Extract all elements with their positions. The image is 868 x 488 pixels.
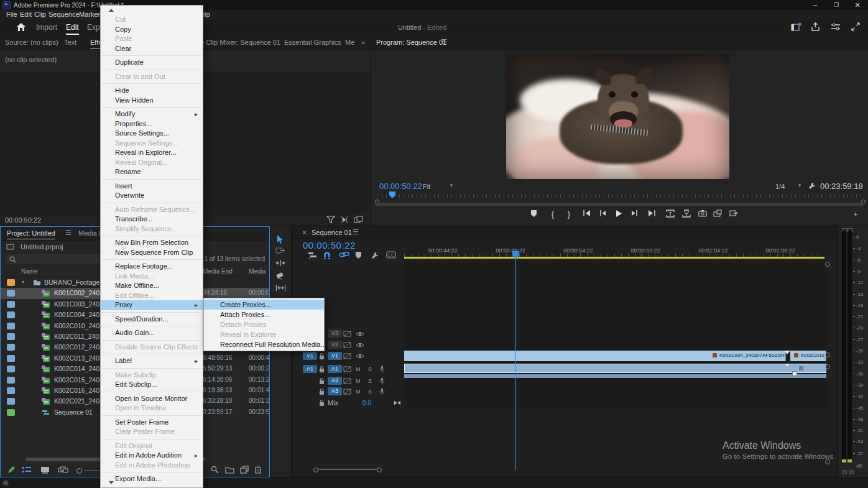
context-menu-item-source-settings[interactable]: Source Settings...: [101, 129, 203, 139]
track-visibility-eye-icon[interactable]: [356, 342, 364, 348]
label-color-chip[interactable]: [7, 290, 15, 297]
work-area-bar[interactable]: [404, 257, 824, 259]
voiceover-mic-icon[interactable]: [379, 388, 385, 395]
nest-sequence-icon[interactable]: [308, 251, 318, 260]
context-menu-item-make-offline[interactable]: Make Offline...: [101, 281, 203, 291]
go-to-out-button[interactable]: [647, 209, 658, 219]
mute-button[interactable]: M: [356, 389, 361, 395]
label-color-chip[interactable]: [7, 387, 15, 394]
minimize-button[interactable]: ─: [805, 0, 826, 10]
label-color-chip[interactable]: [7, 355, 15, 362]
go-to-in-button[interactable]: [583, 209, 594, 219]
menu-scroll-up-icon[interactable]: [109, 9, 114, 12]
workspace-icon[interactable]: [791, 22, 801, 33]
context-menu-item-new-sequence-from-clip[interactable]: New Sequence From Clip: [101, 248, 203, 258]
zoom-fit-select[interactable]: Fit: [423, 183, 430, 190]
track-scroll-handle[interactable]: [825, 364, 830, 369]
label-color-chip[interactable]: [7, 398, 15, 405]
program-scrollbar[interactable]: [375, 203, 864, 206]
context-menu-item-open-in-source-monitor[interactable]: Open in Source Monitor: [101, 394, 203, 404]
ripple-edit-tool[interactable]: [275, 259, 286, 269]
export-frame-button[interactable]: [698, 209, 709, 219]
mute-button[interactable]: M: [356, 366, 361, 372]
new-bin-icon[interactable]: [225, 466, 234, 474]
solo-button[interactable]: S: [368, 389, 372, 395]
insert-button[interactable]: [713, 209, 724, 219]
label-color-chip[interactable]: [7, 344, 15, 351]
add-marker-button[interactable]: [530, 209, 542, 219]
share-icon[interactable]: [811, 22, 821, 33]
context-menu-item-new-bin-from-selection[interactable]: New Bin From Selection: [101, 238, 203, 248]
tab-metadata[interactable]: Metadata: [345, 39, 354, 46]
program-monitor-title[interactable]: Program: Sequence 01: [376, 39, 446, 48]
timeline-zoom-handle-right[interactable]: [377, 467, 382, 472]
context-menu-item-insert[interactable]: Insert: [101, 182, 203, 191]
tab-edit[interactable]: Edit: [66, 23, 79, 35]
tab-essential-graphics[interactable]: Essential Graphics: [284, 39, 341, 46]
track-lock-icon[interactable]: [319, 399, 325, 406]
label-color-chip[interactable]: [7, 279, 15, 286]
context-menu-item-speed-duration[interactable]: Speed/Duration...: [101, 315, 203, 325]
compare-frames-icon[interactable]: [354, 216, 363, 224]
track-visibility-eye-icon[interactable]: [356, 331, 364, 336]
track-select-forward-tool[interactable]: [275, 247, 286, 257]
program-timecode[interactable]: 00:00:50:22: [379, 182, 422, 191]
clip-a1-audio-sub[interactable]: [404, 374, 826, 378]
context-menu-item-export-media[interactable]: Export Media...: [101, 474, 203, 484]
context-menu-item-label[interactable]: Label▸: [101, 356, 203, 366]
timeline-zoom-scrollbar[interactable]: [318, 469, 377, 470]
captions-icon[interactable]: CC: [386, 251, 396, 260]
close-panel-icon[interactable]: ✕: [302, 229, 307, 237]
label-color-chip[interactable]: [7, 301, 15, 308]
writable-pencil-icon[interactable]: [7, 466, 16, 474]
sync-lock-icon[interactable]: [343, 353, 351, 359]
column-media[interactable]: Media: [249, 268, 265, 275]
menu-clip[interactable]: Clip: [34, 11, 46, 18]
track-lock-icon[interactable]: [319, 378, 325, 385]
clip-v1-main[interactable]: K001C004_240307AF503.MP4 [V]: [404, 351, 786, 361]
menu-scroll-down-icon[interactable]: [109, 481, 114, 484]
voiceover-mic-icon[interactable]: [379, 366, 385, 373]
step-forward-button[interactable]: [631, 209, 642, 219]
context-menu-item-reveal-in-explorer[interactable]: Reveal in Explorer...: [101, 148, 203, 158]
home-icon[interactable]: [16, 22, 27, 33]
tab-import[interactable]: Import: [36, 23, 57, 32]
track-target-v3[interactable]: V3: [328, 329, 342, 338]
icon-view-icon[interactable]: [40, 466, 50, 474]
delete-trash-icon[interactable]: [254, 466, 262, 474]
solo-button[interactable]: S: [368, 366, 372, 372]
column-name[interactable]: Name: [21, 268, 38, 275]
keyframe-nav-icon[interactable]: [394, 400, 401, 405]
track-visibility-eye-icon[interactable]: [356, 354, 364, 359]
razor-tool[interactable]: [275, 272, 286, 282]
label-color-chip[interactable]: [7, 311, 15, 318]
list-view-icon[interactable]: [22, 466, 32, 474]
sync-lock-icon[interactable]: [343, 331, 351, 337]
context-menu-item-proxy[interactable]: Proxy▸: [101, 300, 203, 310]
snap-magnet-icon[interactable]: [323, 251, 333, 260]
context-menu-item-hide[interactable]: Hide: [101, 86, 203, 96]
track-scroll-handle[interactable]: [825, 262, 830, 267]
context-menu-item-transcribe[interactable]: Transcribe...: [101, 214, 203, 224]
timeline-settings-wrench-icon[interactable]: [371, 251, 381, 260]
sync-lock-icon[interactable]: [343, 366, 351, 372]
label-color-chip[interactable]: [7, 377, 15, 384]
submenu-item-create-proxies[interactable]: Create Proxies...: [204, 300, 324, 310]
panel-menu-icon[interactable]: ☰: [441, 38, 447, 46]
track-target-v1[interactable]: V1: [328, 352, 342, 360]
track-scroll-handle[interactable]: [825, 459, 830, 464]
tab-text[interactable]: Text: [64, 39, 76, 46]
timeline-timecode[interactable]: 00:00:50:22: [303, 240, 356, 251]
lift-button[interactable]: [666, 209, 677, 219]
solo-right-button[interactable]: [849, 470, 854, 474]
mute-button[interactable]: M: [356, 378, 361, 384]
find-icon[interactable]: [211, 466, 219, 474]
timeline-tab[interactable]: Sequence 01: [312, 229, 352, 236]
clip-handle[interactable]: [792, 371, 797, 376]
close-button[interactable]: ✕: [847, 0, 868, 10]
clip-a1-audio[interactable]: [404, 364, 826, 373]
track-target-a2[interactable]: A2: [328, 377, 342, 385]
new-item-icon[interactable]: [240, 466, 249, 474]
clip-v1-next[interactable]: K002C010_3: [790, 351, 826, 361]
track-lock-icon[interactable]: [319, 366, 325, 373]
